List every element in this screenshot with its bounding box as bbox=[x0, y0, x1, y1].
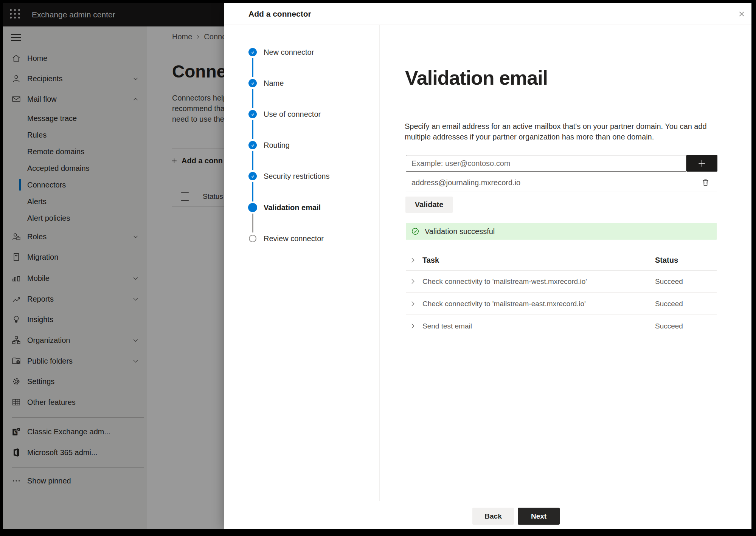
step-connector-line bbox=[252, 58, 253, 77]
email-address-input[interactable] bbox=[406, 155, 686, 172]
step-page-title: Validation email bbox=[405, 67, 548, 89]
step-review-connector[interactable]: Review connector bbox=[264, 233, 324, 244]
divider bbox=[224, 501, 751, 501]
step-new-connector[interactable]: New connector bbox=[264, 47, 314, 57]
validation-success-banner: Validation successful bbox=[406, 223, 717, 240]
task-cell: Send test email bbox=[422, 315, 472, 337]
step-use-of-connector[interactable]: Use of connector bbox=[264, 109, 321, 119]
success-check-icon bbox=[411, 227, 419, 235]
step-description: Specify an email address for an active m… bbox=[405, 121, 707, 142]
result-row: Check connectivity to 'mailstream-west.m… bbox=[406, 270, 717, 293]
divider bbox=[406, 192, 717, 192]
step-current-dot bbox=[248, 203, 257, 212]
divider bbox=[224, 25, 751, 25]
status-cell: Succeed bbox=[655, 293, 683, 315]
step-connector-line bbox=[252, 151, 253, 170]
step-completed-check-icon bbox=[248, 110, 257, 118]
plus-icon bbox=[697, 158, 707, 168]
next-button[interactable]: Next bbox=[518, 508, 560, 525]
validate-button[interactable]: Validate bbox=[405, 197, 453, 213]
column-header-status: Status bbox=[655, 253, 678, 268]
add-connector-dialog: Add a connector New connectorNameUse of … bbox=[224, 3, 751, 529]
added-email-address: address@journaling.mxrecord.io bbox=[411, 177, 520, 188]
step-pending-circle bbox=[249, 235, 256, 242]
result-row: Check connectivity to 'mailstream-east.m… bbox=[406, 293, 717, 315]
step-connector-line bbox=[252, 120, 253, 139]
expand-row-chevron-icon[interactable] bbox=[410, 301, 416, 307]
add-email-button[interactable] bbox=[686, 155, 717, 172]
status-cell: Succeed bbox=[655, 270, 683, 293]
column-header-task: Task bbox=[422, 253, 439, 268]
step-connector-line bbox=[252, 214, 253, 232]
step-connector-line bbox=[252, 89, 253, 108]
step-completed-check-icon bbox=[248, 172, 257, 180]
step-completed-check-icon bbox=[248, 79, 257, 87]
expand-all-chevron-icon[interactable] bbox=[410, 257, 416, 263]
screen: Exchange admin center HomeRecipientsMail… bbox=[3, 3, 751, 529]
banner-text: Validation successful bbox=[425, 223, 495, 240]
close-icon[interactable] bbox=[736, 8, 748, 20]
task-cell: Check connectivity to 'mailstream-east.m… bbox=[422, 293, 586, 315]
result-row: Send test emailSucceed bbox=[406, 315, 717, 337]
expand-row-chevron-icon[interactable] bbox=[410, 323, 416, 329]
delete-address-icon[interactable] bbox=[699, 176, 712, 189]
results-table-header: Task Status bbox=[224, 253, 751, 268]
step-completed-check-icon bbox=[248, 141, 257, 149]
step-security-restrictions[interactable]: Security restrictions bbox=[264, 171, 330, 181]
expand-row-chevron-icon[interactable] bbox=[410, 278, 416, 285]
step-validation-email[interactable]: Validation email bbox=[264, 202, 321, 213]
status-cell: Succeed bbox=[655, 315, 683, 337]
task-cell: Check connectivity to 'mailstream-west.m… bbox=[422, 270, 587, 293]
step-connector-line bbox=[252, 182, 253, 201]
step-routing[interactable]: Routing bbox=[264, 140, 290, 150]
step-completed-check-icon bbox=[248, 48, 257, 56]
step-name[interactable]: Name bbox=[264, 78, 284, 88]
dialog-title: Add a connector bbox=[248, 3, 311, 25]
back-button[interactable]: Back bbox=[472, 508, 514, 525]
